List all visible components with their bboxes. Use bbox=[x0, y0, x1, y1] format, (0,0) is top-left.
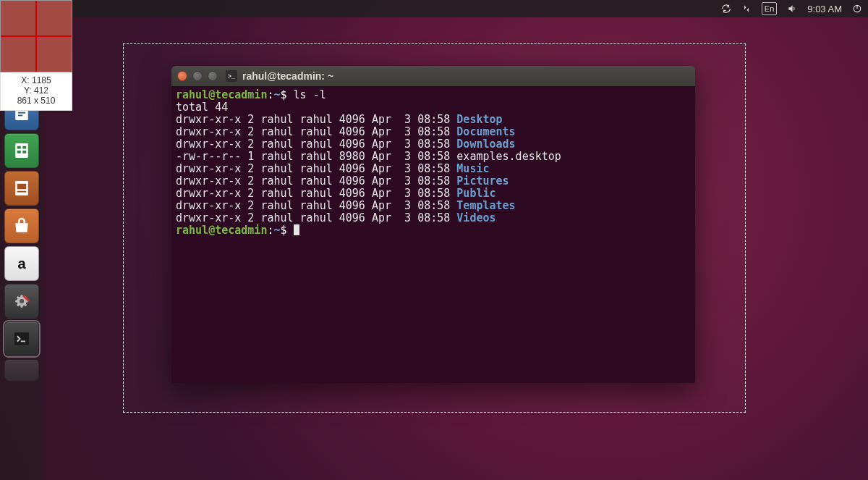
launcher-item-calc[interactable] bbox=[4, 133, 39, 168]
top-panel: En 9:03 AM bbox=[0, 0, 868, 17]
magnifier-dims: 861 x 510 bbox=[1, 96, 72, 106]
window-minimize-button[interactable] bbox=[192, 71, 203, 81]
keyboard-indicator[interactable]: En bbox=[762, 2, 777, 15]
terminal-cursor bbox=[294, 224, 299, 235]
launcher-item-impress[interactable] bbox=[4, 171, 39, 206]
magnifier-crosshair-icon bbox=[0, 0, 72, 72]
svg-rect-9 bbox=[17, 151, 21, 153]
sound-icon[interactable] bbox=[787, 2, 797, 15]
window-close-button[interactable] bbox=[177, 71, 187, 81]
network-icon[interactable] bbox=[741, 2, 752, 15]
window-maximize-button[interactable] bbox=[208, 71, 218, 81]
svg-rect-16 bbox=[21, 341, 25, 342]
svg-rect-7 bbox=[17, 146, 21, 149]
window-titlebar[interactable]: >_ rahul@tecadmin: ~ bbox=[171, 66, 695, 86]
svg-rect-10 bbox=[22, 151, 26, 153]
terminal-icon: >_ bbox=[226, 70, 237, 82]
svg-point-14 bbox=[20, 299, 24, 303]
launcher-item-settings[interactable] bbox=[4, 284, 39, 319]
launcher-item-terminal[interactable] bbox=[4, 321, 39, 356]
svg-rect-4 bbox=[18, 112, 25, 114]
window-title: rahul@tecadmin: ~ bbox=[242, 70, 333, 82]
svg-rect-12 bbox=[17, 184, 27, 190]
svg-rect-13 bbox=[17, 191, 27, 193]
svg-rect-5 bbox=[18, 115, 22, 117]
power-icon[interactable] bbox=[852, 2, 862, 15]
terminal-body[interactable]: rahul@tecadmin:~$ ls -l total 44 drwxr-x… bbox=[171, 86, 695, 383]
launcher-item-overflow[interactable] bbox=[4, 359, 39, 381]
refresh-icon[interactable] bbox=[721, 2, 731, 15]
launcher-item-amazon[interactable]: a bbox=[4, 246, 39, 281]
screenshot-magnifier: X: 1185 Y: 412 861 x 510 bbox=[0, 0, 72, 111]
svg-rect-15 bbox=[14, 332, 29, 345]
magnifier-coord-x: X: 1185 bbox=[1, 75, 72, 85]
launcher-item-software[interactable] bbox=[4, 209, 39, 243]
terminal-window[interactable]: >_ rahul@tecadmin: ~ rahul@tecadmin:~$ l… bbox=[171, 66, 695, 383]
clock[interactable]: 9:03 AM bbox=[807, 2, 842, 15]
magnifier-coord-y: Y: 412 bbox=[1, 85, 72, 96]
svg-rect-8 bbox=[22, 146, 26, 149]
magnifier-info: X: 1185 Y: 412 861 x 510 bbox=[0, 72, 72, 111]
